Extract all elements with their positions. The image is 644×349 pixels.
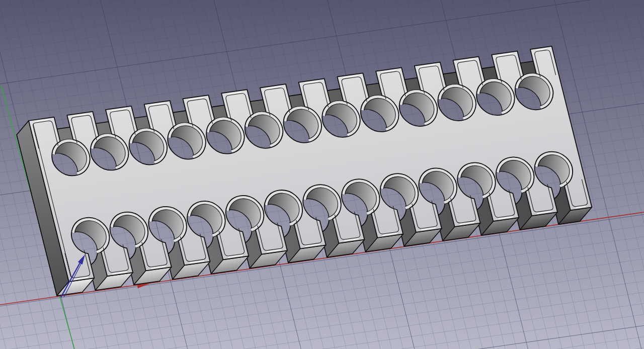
scene-canvas[interactable]	[0, 0, 644, 349]
cad-3d-viewport[interactable]	[0, 0, 644, 349]
